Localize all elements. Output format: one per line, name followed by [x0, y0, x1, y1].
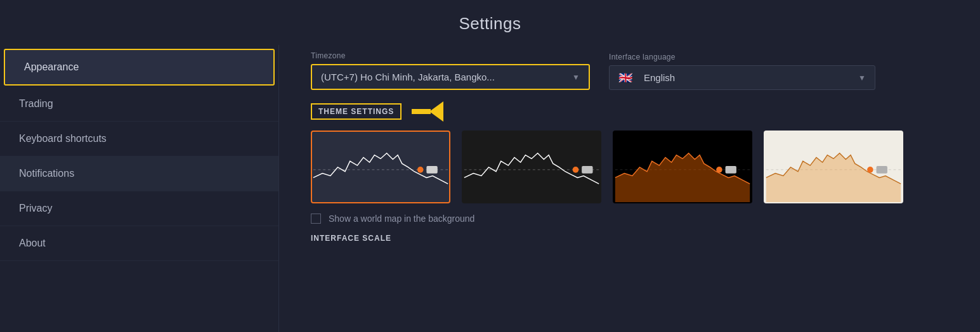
- svg-rect-4: [464, 132, 599, 202]
- svg-rect-3: [426, 166, 437, 174]
- arrow-left-annotation: [412, 101, 443, 122]
- settings-content: Timezone (UTC+7) Ho Chi Minh, Jakarta, B…: [279, 45, 980, 332]
- language-label: Interface language: [609, 53, 875, 61]
- timezone-chevron-icon: ▼: [572, 73, 580, 82]
- sidebar: Appearance Trading Keyboard shortcuts No…: [0, 45, 279, 332]
- world-map-checkbox[interactable]: [311, 214, 321, 224]
- language-chevron-icon: ▼: [858, 73, 866, 82]
- svg-point-2: [417, 167, 424, 173]
- language-value: English: [644, 72, 846, 83]
- svg-point-6: [573, 167, 579, 173]
- sidebar-item-privacy[interactable]: Privacy: [0, 191, 278, 226]
- theme-card-black[interactable]: [613, 131, 752, 203]
- interface-scale-label: INTERFACE SCALE: [311, 234, 955, 243]
- theme-card-light[interactable]: [764, 131, 903, 203]
- sidebar-item-trading[interactable]: Trading: [0, 87, 278, 122]
- svg-rect-17: [877, 166, 887, 174]
- svg-rect-7: [582, 166, 592, 174]
- theme-card-darker[interactable]: [462, 131, 601, 203]
- svg-point-11: [716, 167, 722, 173]
- svg-rect-12: [726, 166, 736, 174]
- world-map-label: Show a world map in the background: [329, 214, 474, 224]
- language-select[interactable]: 🇬🇧 English ▼: [609, 65, 875, 90]
- theme-settings-label: THEME SETTINGS: [311, 103, 402, 120]
- sidebar-item-appearance[interactable]: Appearance: [4, 49, 275, 86]
- sidebar-item-keyboard-shortcuts[interactable]: Keyboard shortcuts: [0, 122, 278, 156]
- sidebar-item-notifications[interactable]: Notifications: [0, 156, 278, 191]
- sidebar-item-about[interactable]: About: [0, 226, 278, 261]
- timezone-select[interactable]: (UTC+7) Ho Chi Minh, Jakarta, Bangko... …: [311, 64, 590, 90]
- theme-card-dark[interactable]: [311, 131, 450, 203]
- flag-icon: 🇬🇧: [618, 73, 632, 83]
- svg-point-16: [867, 167, 873, 173]
- timezone-value: (UTC+7) Ho Chi Minh, Jakarta, Bangko...: [321, 72, 495, 82]
- timezone-label: Timezone: [311, 51, 590, 60]
- page-title: Settings: [0, 0, 980, 45]
